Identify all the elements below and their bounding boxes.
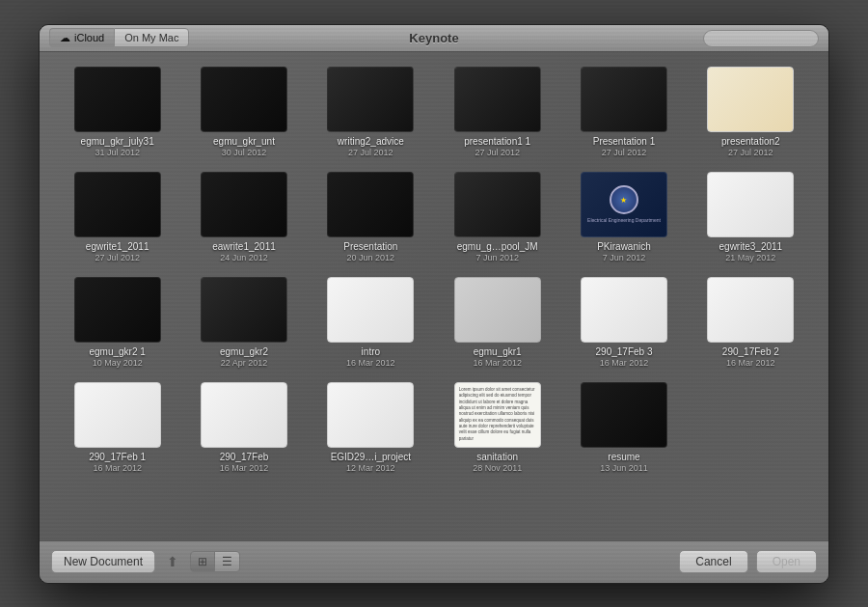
file-date: 27 Jul 2012 <box>95 253 140 262</box>
file-thumbnail <box>581 277 667 343</box>
file-date: 21 May 2012 <box>725 253 775 262</box>
file-name: Presentation 1 <box>593 136 656 148</box>
file-thumbnail <box>327 382 414 448</box>
on-my-mac-label: On My Mac <box>124 32 178 43</box>
file-thumbnail: Lorem ipsum dolor sit amet consectetur a… <box>454 382 541 448</box>
file-item[interactable]: 290_17Feb 316 Mar 2012 <box>565 277 682 368</box>
share-icon: ⬆ <box>167 554 178 569</box>
file-name: 290_17Feb 2 <box>722 346 779 358</box>
search-bar <box>703 29 819 47</box>
file-name: eawrite1_2011 <box>212 241 276 253</box>
file-name: egmu_g…pool_JM <box>457 241 538 253</box>
file-date: 27 Jul 2012 <box>728 148 773 157</box>
cloud-icon: ☁ <box>60 32 70 44</box>
grid-view-button[interactable]: ⊞ <box>191 552 215 571</box>
file-item[interactable]: egwrite1_201127 Jul 2012 <box>59 172 176 262</box>
file-item[interactable]: Presentation 127 Jul 2012 <box>565 67 682 157</box>
file-item[interactable]: 290_17Feb 216 Mar 2012 <box>692 277 809 368</box>
file-name: egmu_gkr_unt <box>213 136 275 148</box>
file-item[interactable]: egmu_gkr_july3131 Jul 2012 <box>59 67 176 157</box>
file-thumbnail <box>74 67 161 132</box>
file-name: EGID29…i_project <box>331 452 411 463</box>
file-date: 16 Mar 2012 <box>346 358 395 368</box>
file-item[interactable]: writing2_advice27 Jul 2012 <box>312 67 429 157</box>
file-date: 27 Jul 2012 <box>602 148 647 157</box>
file-name: PKirawanich <box>597 241 651 253</box>
file-thumbnail <box>201 382 287 448</box>
window-title: Keynote <box>409 31 458 45</box>
title-bar: ☁ iCloud On My Mac Keynote <box>40 25 828 52</box>
file-date: 16 Mar 2012 <box>726 358 775 368</box>
file-item[interactable]: egmu_gkr_unt30 Jul 2012 <box>185 67 302 157</box>
file-item[interactable]: 290_17Feb 116 Mar 2012 <box>59 382 176 473</box>
file-date: 22 Apr 2012 <box>221 358 268 368</box>
file-item[interactable]: egmu_gkr116 Mar 2012 <box>439 277 556 368</box>
file-date: 28 Nov 2011 <box>473 463 522 473</box>
file-item[interactable]: egmu_gkr222 Apr 2012 <box>185 277 302 368</box>
file-date: 16 Mar 2012 <box>600 358 649 368</box>
file-thumbnail <box>201 67 287 132</box>
view-toggle: ⊞ ☰ <box>190 551 240 572</box>
file-item[interactable]: EGID29…i_project12 Mar 2012 <box>312 382 429 473</box>
seal-icon: ★ <box>610 185 638 214</box>
toolbar-left: ☁ iCloud On My Mac <box>49 28 189 47</box>
file-name: egwrite1_2011 <box>86 241 149 253</box>
file-item[interactable]: presentation1 127 Jul 2012 <box>439 67 556 157</box>
file-date: 16 Mar 2012 <box>473 358 522 368</box>
file-thumbnail <box>74 277 161 343</box>
file-date: 30 Jul 2012 <box>222 148 267 157</box>
file-thumbnail <box>327 277 414 343</box>
file-thumbnail <box>707 172 794 237</box>
file-name: egmu_gkr1 <box>474 346 522 358</box>
file-thumbnail <box>327 172 414 237</box>
file-date: 7 Jun 2012 <box>475 253 519 262</box>
file-thumbnail: ★ Electrical Engineering Department <box>581 172 667 237</box>
file-item[interactable]: intro16 Mar 2012 <box>312 277 429 368</box>
file-item[interactable]: 290_17Feb16 Mar 2012 <box>185 382 302 473</box>
file-thumbnail <box>454 172 541 237</box>
file-date: 27 Jul 2012 <box>475 148 520 157</box>
file-item[interactable]: resume13 Jun 2011 <box>565 382 682 473</box>
open-button[interactable]: Open <box>756 550 817 573</box>
file-name: presentation2 <box>721 136 780 148</box>
file-item[interactable]: egmu_g…pool_JM7 Jun 2012 <box>439 172 556 262</box>
file-item[interactable]: eawrite1_201124 Jun 2012 <box>185 172 302 262</box>
list-view-button[interactable]: ☰ <box>215 552 239 571</box>
icloud-button[interactable]: ☁ iCloud <box>49 28 114 47</box>
files-content: egmu_gkr_july3131 Jul 2012egmu_gkr_unt30… <box>40 52 828 540</box>
file-date: 31 Jul 2012 <box>95 148 140 157</box>
file-date: 10 May 2012 <box>93 358 143 368</box>
file-thumbnail <box>454 277 541 343</box>
file-item[interactable]: egwrite3_201121 May 2012 <box>692 172 809 262</box>
files-grid: egmu_gkr_july3131 Jul 2012egmu_gkr_unt30… <box>59 67 809 473</box>
file-name: 290_17Feb 3 <box>596 346 653 358</box>
file-item[interactable]: Presentation20 Jun 2012 <box>312 172 429 262</box>
file-item[interactable]: presentation227 Jul 2012 <box>692 67 809 157</box>
file-date: 16 Mar 2012 <box>93 463 142 473</box>
file-name: sanitation <box>476 452 518 463</box>
file-name: Presentation <box>343 241 397 253</box>
file-name: egwrite3_2011 <box>719 241 783 253</box>
file-date: 12 Mar 2012 <box>346 463 395 473</box>
file-name: presentation1 1 <box>464 136 530 148</box>
file-thumbnail <box>327 67 414 132</box>
file-thumbnail <box>74 172 161 237</box>
file-date: 27 Jul 2012 <box>348 148 393 157</box>
search-input[interactable] <box>703 30 819 47</box>
file-item[interactable]: egmu_gkr2 110 May 2012 <box>59 277 176 368</box>
file-name: 290_17Feb <box>220 452 269 463</box>
bottom-bar: New Document ⬆ ⊞ ☰ Cancel Open <box>40 540 828 583</box>
file-thumbnail <box>454 67 541 132</box>
file-thumbnail <box>581 382 667 448</box>
new-document-button[interactable]: New Document <box>51 550 155 573</box>
cancel-button[interactable]: Cancel <box>679 550 747 573</box>
file-item[interactable]: Lorem ipsum dolor sit amet consectetur a… <box>439 382 556 473</box>
file-thumbnail <box>74 382 161 448</box>
file-name: 290_17Feb 1 <box>89 452 146 463</box>
file-item[interactable]: ★ Electrical Engineering Department PKir… <box>565 172 682 262</box>
icloud-label: iCloud <box>74 32 104 43</box>
file-thumbnail <box>201 172 287 237</box>
share-icon-button[interactable]: ⬆ <box>163 552 182 571</box>
on-my-mac-button[interactable]: On My Mac <box>114 28 189 47</box>
keynote-window: ☁ iCloud On My Mac Keynote egmu_gkr_july… <box>39 24 829 584</box>
